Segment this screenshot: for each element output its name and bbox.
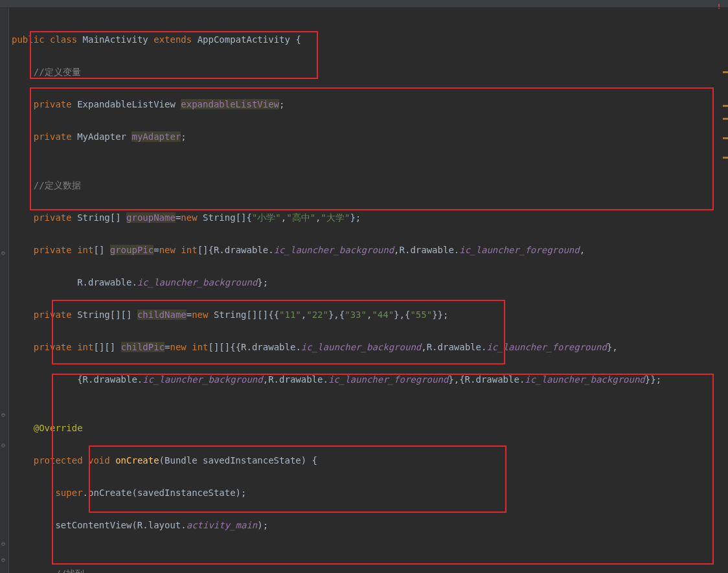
editor-top-bar <box>0 0 728 8</box>
keyword: extends <box>154 34 192 45</box>
mark[interactable] <box>723 137 728 139</box>
comment: //找到 <box>12 568 84 573</box>
field-highlight: myAdapter <box>131 131 181 142</box>
right-scroll-marks[interactable] <box>722 8 728 573</box>
mark[interactable] <box>723 105 728 107</box>
comment: //定义变量 <box>12 67 81 77</box>
mark[interactable] <box>723 71 728 73</box>
fold-mark-icon[interactable]: ⊖ <box>1 442 8 448</box>
fold-mark-icon[interactable]: ⊖ <box>1 556 8 563</box>
keyword: public <box>12 34 45 45</box>
keyword: class <box>50 34 77 45</box>
class-name: MainActivity <box>83 34 148 45</box>
fold-mark-icon[interactable]: ⊖ <box>1 540 8 546</box>
editor-gutter[interactable]: ⊖ ⊖ ⊖ ⊖ ⊖ <box>0 8 9 573</box>
fold-mark-icon[interactable]: ⊖ <box>1 411 8 418</box>
mark[interactable] <box>723 118 728 120</box>
annotation: @Override <box>34 423 83 433</box>
mark[interactable] <box>723 157 728 159</box>
method: onCreate <box>115 455 159 466</box>
super-class: AppCompatActivity <box>198 34 290 45</box>
comment: //定义数据 <box>12 180 81 190</box>
field-highlight: expandableListView <box>181 99 279 109</box>
fold-mark-icon[interactable]: ⊖ <box>1 249 8 256</box>
code-editor[interactable]: public class MainActivity extends AppCom… <box>9 8 728 573</box>
